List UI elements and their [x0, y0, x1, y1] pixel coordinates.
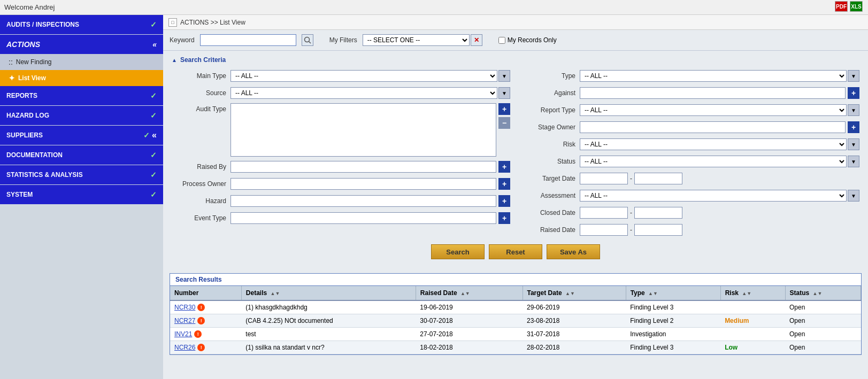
- source-select[interactable]: -- ALL --: [231, 87, 497, 99]
- cell-number: NCR30!: [170, 300, 241, 314]
- main-type-select[interactable]: -- ALL --: [231, 70, 497, 82]
- xls-icon[interactable]: XLS: [850, 1, 863, 12]
- status-dropdown-arrow[interactable]: ▼: [848, 156, 859, 167]
- check-icon-system: ✓: [150, 190, 157, 199]
- report-type-select-wrap: -- ALL -- ▼: [580, 104, 859, 116]
- number-link[interactable]: NCR26: [174, 344, 195, 351]
- check-icon-audits: ✓: [150, 20, 157, 29]
- target-date-row: Target Date -: [521, 172, 859, 185]
- status-select[interactable]: -- ALL --: [580, 156, 847, 167]
- process-owner-plus-btn[interactable]: +: [498, 178, 510, 190]
- against-plus-btn[interactable]: +: [848, 87, 859, 99]
- actions-submenu: :: New Finding ✦ List View: [0, 54, 163, 86]
- sidebar-item-new-finding[interactable]: :: New Finding: [0, 54, 163, 70]
- process-owner-row: Process Owner +: [172, 177, 510, 191]
- main-type-dropdown-arrow[interactable]: ▼: [498, 70, 510, 82]
- hazard-plus-btn[interactable]: +: [498, 195, 510, 207]
- keyword-search-btn[interactable]: [302, 34, 313, 46]
- save-as-button[interactable]: Save As: [547, 244, 600, 259]
- sidebar-item-statistics[interactable]: STATISTICS & ANALYSIS ✓: [0, 165, 163, 184]
- closed-date-from[interactable]: [580, 207, 628, 219]
- event-type-plus-btn[interactable]: +: [498, 212, 510, 224]
- my-filters-select[interactable]: -- SELECT ONE --: [363, 34, 470, 46]
- dot-icon: ::: [9, 58, 13, 66]
- event-type-input[interactable]: [231, 212, 496, 224]
- my-records-wrap: My Records Only: [498, 36, 557, 44]
- assessment-dropdown-arrow[interactable]: ▼: [848, 190, 859, 202]
- sidebar-item-reports[interactable]: REPORTS ✓: [0, 86, 163, 105]
- cell-number: NCR27!: [170, 314, 241, 328]
- warning-icon: !: [194, 330, 202, 338]
- list-view-label: List View: [18, 74, 46, 82]
- stage-owner-plus-btn[interactable]: +: [848, 121, 859, 133]
- dot-icon-active: ✦: [9, 74, 15, 82]
- sidebar-item-documentation[interactable]: DOCUMENTATION ✓: [0, 145, 163, 165]
- assessment-label: Assessment: [521, 192, 580, 199]
- sidebar-item-hazard[interactable]: HAZARD LOG ✓: [0, 106, 163, 125]
- report-type-select[interactable]: -- ALL --: [580, 104, 847, 116]
- top-bar: Welcome Andrej PDF XLS: [0, 0, 868, 15]
- raised-date-to[interactable]: [634, 224, 682, 236]
- report-type-dropdown-arrow[interactable]: ▼: [848, 104, 859, 116]
- section-header[interactable]: ▲ Search Criteria: [172, 56, 859, 64]
- risk-dropdown-arrow[interactable]: ▼: [848, 138, 859, 150]
- event-type-label: Event Type: [172, 214, 231, 222]
- table-row: NCR27!(CAB 4.2.25) NOt documented30-07-2…: [170, 314, 861, 328]
- cell-number: NCR26!: [170, 341, 241, 354]
- raised-by-input[interactable]: [231, 161, 496, 173]
- results-tbody: NCR30!(1) khasgdkhagdkhdg19-06-201929-06…: [170, 300, 861, 354]
- main-type-select-wrap: -- ALL -- ▼: [231, 70, 510, 82]
- type-label: Type: [521, 72, 580, 80]
- event-type-row: Event Type +: [172, 211, 510, 225]
- audit-type-plus-btn[interactable]: +: [498, 103, 510, 115]
- risk-select-wrap: -- ALL -- ▼: [580, 138, 859, 150]
- sidebar-item-actions[interactable]: ACTIONS «: [0, 35, 163, 54]
- my-records-checkbox[interactable]: [498, 37, 505, 44]
- stage-owner-input[interactable]: [580, 121, 846, 133]
- sidebar-item-system[interactable]: SYSTEM ✓: [0, 185, 163, 204]
- process-owner-label: Process Owner: [172, 180, 231, 188]
- breadcrumb: □ ACTIONS >> List View: [163, 15, 868, 30]
- criteria-grid: Main Type -- ALL -- ▼ Source: [172, 69, 859, 240]
- type-dropdown-arrow[interactable]: ▼: [848, 70, 859, 82]
- source-dropdown-arrow[interactable]: ▼: [498, 87, 510, 99]
- number-link[interactable]: NCR30: [174, 304, 195, 311]
- cell-status: Open: [785, 341, 861, 354]
- sidebar-item-list-view[interactable]: ✦ List View: [0, 70, 163, 86]
- number-link[interactable]: INV21: [174, 330, 192, 338]
- closed-date-range: -: [580, 207, 682, 219]
- raised-by-plus-btn[interactable]: +: [498, 161, 510, 173]
- pdf-icon[interactable]: PDF: [835, 1, 848, 12]
- raised-date-from[interactable]: [580, 224, 628, 236]
- magnifier-icon: [304, 36, 311, 44]
- warning-icon: !: [197, 304, 205, 311]
- warning-icon: !: [197, 344, 205, 351]
- search-results: Search Results Number Details ▲▼ Raised …: [170, 273, 862, 355]
- process-owner-input[interactable]: [231, 178, 496, 190]
- target-date-label: Target Date: [521, 175, 580, 182]
- page-icon: □: [168, 18, 177, 27]
- my-filters-label: My Filters: [329, 36, 357, 44]
- collapse-triangle: ▲: [172, 57, 177, 63]
- keyword-input[interactable]: [200, 34, 296, 46]
- col-raised-date: Raised Date ▲▼: [416, 286, 523, 300]
- sidebar-item-suppliers[interactable]: SUPPLIERS ✓ «: [0, 126, 163, 145]
- risk-label: Risk: [521, 141, 580, 148]
- status-row: Status -- ALL -- ▼: [521, 154, 859, 168]
- check-icon-reports: ✓: [150, 91, 157, 100]
- closed-date-to[interactable]: [634, 207, 682, 219]
- type-select[interactable]: -- ALL --: [580, 70, 847, 82]
- reset-button[interactable]: Reset: [489, 244, 542, 259]
- audit-type-textarea[interactable]: [231, 103, 496, 157]
- target-date-to[interactable]: [634, 173, 682, 184]
- against-input[interactable]: [580, 87, 846, 99]
- hazard-input[interactable]: [231, 195, 496, 207]
- risk-select[interactable]: -- ALL --: [580, 138, 847, 150]
- clear-filter-btn[interactable]: ✕: [471, 34, 482, 46]
- target-date-from[interactable]: [580, 173, 628, 184]
- search-button[interactable]: Search: [431, 244, 485, 259]
- audit-type-minus-btn[interactable]: −: [498, 117, 510, 129]
- number-link[interactable]: NCR27: [174, 317, 195, 324]
- sidebar-item-audits[interactable]: AUDITS / INSPECTIONS ✓: [0, 15, 163, 34]
- assessment-select[interactable]: -- ALL --: [580, 190, 847, 202]
